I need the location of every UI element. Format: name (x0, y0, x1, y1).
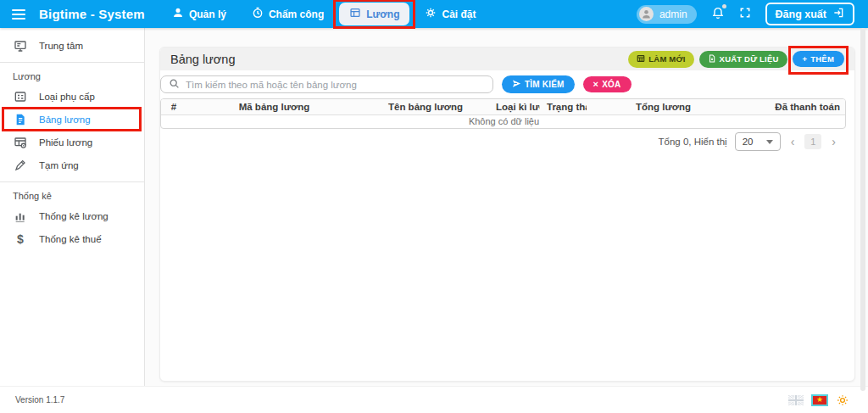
sidebar-item-thong-ke-thue[interactable]: $ Thống kê thuế (0, 227, 144, 250)
next-page-button[interactable]: › (829, 136, 838, 148)
vertical-scrollbar[interactable] (860, 28, 865, 391)
page-title: Bảng lương (170, 53, 235, 66)
empty-row: Không có dữ liệu (161, 114, 846, 128)
sidebar-item-thong-ke-luong[interactable]: Thống kê lương (0, 204, 144, 227)
nav-item-cham-cong[interactable]: Chấm công (242, 3, 334, 25)
person-icon (172, 7, 184, 21)
header-actions: LÀM MỚI XUẤT DỮ LIỆU + THÊM (628, 51, 844, 68)
uk-flag-icon[interactable] (788, 395, 804, 405)
app-title: Bigtime - System (39, 7, 145, 21)
nav-item-cai-dat[interactable]: Cài đặt (415, 3, 486, 25)
bar-chart-icon (13, 209, 28, 223)
nav-item-luong[interactable]: Lương (339, 3, 409, 25)
pen-icon (13, 159, 28, 172)
sidebar-group-luong: Lương (0, 67, 144, 85)
username: admin (659, 8, 687, 20)
page-size-select[interactable]: 20 (735, 132, 781, 151)
col-ten-bang-luong: Tên bảng lương (362, 99, 489, 114)
pagination: Tổng 0, Hiển thị 20 ‹ 1 › (658, 132, 838, 151)
sidebar-item-tam-ung[interactable]: Tạm ứng (0, 153, 144, 176)
chevron-down-icon (766, 140, 773, 144)
clock-icon (252, 7, 264, 21)
top-bar: Bigtime - System Quản lý Chấm công Lương (0, 0, 868, 28)
menu-icon[interactable] (12, 9, 25, 20)
prev-page-button[interactable]: ‹ (788, 136, 798, 148)
table-view-icon (13, 136, 28, 149)
sidebar-item-loai-phu-cap[interactable]: Loại phụ cấp (0, 85, 144, 108)
sidebar-item-phieu-luong[interactable]: Phiếu lương (0, 131, 144, 153)
page-header: Bảng lương LÀM MỚI XUẤT DỮ LIỆU + THÊM (160, 47, 854, 70)
col-loai-ki-luong: Loại kì lương (489, 99, 540, 114)
plus-icon: + (803, 54, 808, 64)
sidebar-group-thong-ke: Thống kê (0, 187, 144, 204)
col-index: # (161, 99, 186, 114)
search-row: TÌM KIẾM × XÓA (160, 75, 854, 93)
export-doc-icon (708, 54, 716, 64)
divider (0, 181, 144, 182)
notification-dot (722, 4, 726, 8)
divider (0, 62, 144, 63)
search-box (160, 75, 493, 93)
pagination-summary: Tổng 0, Hiển thị (658, 137, 726, 147)
search-submit-button[interactable]: TÌM KIẾM (502, 75, 575, 93)
refresh-button[interactable]: LÀM MỚI (628, 51, 693, 68)
footer-right: ★ (788, 393, 849, 407)
avatar (639, 7, 654, 21)
monitor-icon (13, 39, 28, 53)
empty-state-text: Không có dữ liệu (161, 114, 846, 128)
col-ma-bang-luong: Mã bảng lương (186, 99, 362, 114)
user-menu[interactable]: admin (637, 5, 697, 24)
version-label: Version 1.1.7 (15, 395, 64, 405)
col-da-thanh-toan: Đã thanh toán (698, 99, 846, 114)
x-icon: × (593, 80, 599, 89)
bell-icon (711, 6, 725, 23)
send-icon (512, 79, 521, 90)
payroll-table: # Mã bảng lương Tên bảng lương Loại kì l… (160, 98, 846, 129)
search-input[interactable] (186, 80, 485, 90)
col-tong-luong: Tổng lương (587, 99, 698, 114)
page-number-button[interactable]: 1 (804, 134, 821, 149)
add-button[interactable]: + THÊM (793, 51, 844, 67)
table-refresh-icon (637, 54, 645, 64)
export-button[interactable]: XUẤT DỮ LIỆU (699, 51, 787, 68)
sun-icon[interactable] (836, 393, 849, 407)
list-card-icon (13, 90, 28, 103)
search-icon (169, 77, 180, 92)
top-nav: Quản lý Chấm công Lương Cài đặt (162, 3, 492, 25)
footer: Version 1.1.7 ★ (0, 386, 868, 413)
clear-search-button[interactable]: × XÓA (583, 76, 632, 92)
fullscreen-icon (739, 7, 751, 22)
fullscreen-button[interactable] (739, 7, 751, 22)
table-icon (349, 7, 361, 21)
content-card: Bảng lương LÀM MỚI XUẤT DỮ LIỆU + THÊM (159, 47, 855, 382)
logout-button[interactable]: Đăng xuất (765, 3, 854, 25)
notifications-button[interactable] (711, 6, 725, 23)
sidebar-item-bang-luong[interactable]: Bảng lương (0, 108, 144, 131)
gear-icon (425, 7, 437, 21)
col-trang-thai: Trạng thái (540, 99, 587, 114)
logout-icon (832, 7, 844, 21)
document-icon (13, 113, 28, 126)
nav-item-quan-ly[interactable]: Quản lý (162, 3, 236, 25)
table-header-row: # Mã bảng lương Tên bảng lương Loại kì l… (161, 99, 846, 114)
topbar-right: admin Đăng xuất (637, 3, 854, 25)
dollar-icon: $ (13, 233, 28, 245)
sidebar: Trung tâm Lương Loại phụ cấp Bảng lương … (0, 28, 145, 386)
vn-flag-icon[interactable]: ★ (811, 394, 828, 406)
sidebar-item-trung-tam[interactable]: Trung tâm (0, 34, 144, 57)
